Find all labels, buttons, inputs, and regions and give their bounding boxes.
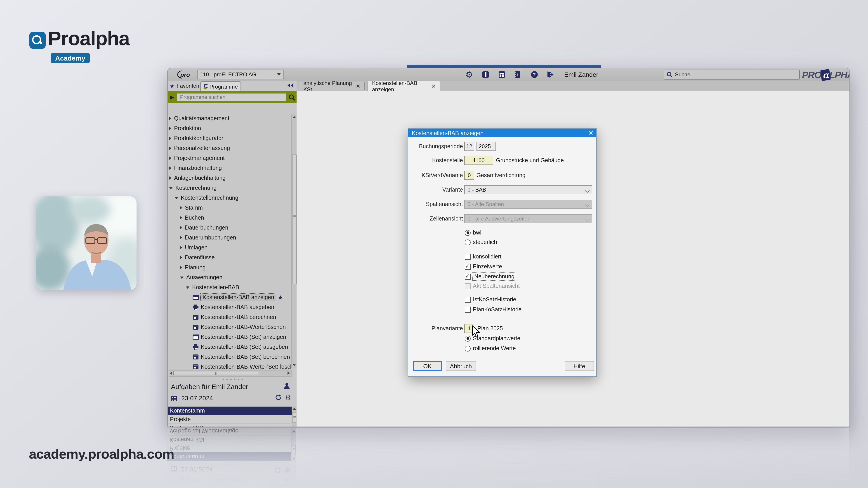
tree-item-label[interactable]: Qualitätsmanagement: [174, 115, 229, 122]
program-search-input[interactable]: [179, 94, 284, 100]
tree-item-label[interactable]: Kostenstellen-BAB-Werte (Set) lösche: [201, 364, 291, 369]
task-scroll-thumb[interactable]: [292, 413, 296, 422]
company-selector[interactable]: 110 - proELECTRO AG: [197, 70, 284, 79]
settings-gear-icon[interactable]: ⚙: [464, 70, 474, 79]
doc-tab-kostenstellen-bab[interactable]: Kostenstellen-BAB anzeigen ✕: [368, 81, 440, 91]
run-icon[interactable]: ▶: [170, 94, 174, 100]
favorite-star-icon[interactable]: ★: [278, 294, 283, 301]
tree-item-label[interactable]: Planung: [185, 264, 206, 271]
tree-item-label[interactable]: Kostenstellen-BAB ausgeben: [201, 304, 274, 311]
collapsed-arrow-icon[interactable]: [180, 256, 182, 259]
tree-item[interactable]: Dauerumbuchungen: [168, 233, 291, 242]
close-tab-icon[interactable]: ✕: [356, 84, 360, 89]
doc-tab-analytische-planung[interactable]: analytische Planung KSt ✕: [299, 82, 365, 90]
info-binder-icon[interactable]: i: [513, 70, 523, 79]
tree-item[interactable]: Kostenstellen-BAB (Set) berechnen: [168, 352, 291, 362]
close-icon[interactable]: ✕: [588, 129, 594, 137]
tasks-date[interactable]: 23.07.2024: [181, 394, 213, 402]
collapse-sidebar-icon[interactable]: [287, 82, 294, 90]
tree-item-label[interactable]: Umlagen: [185, 245, 208, 251]
tree-item[interactable]: Kostenstellen-BAB (Set) ausgeben: [168, 342, 291, 352]
tree-item-label[interactable]: Finanzbuchhaltung: [174, 165, 222, 171]
ok-button[interactable]: OK: [413, 361, 442, 371]
tree-item[interactable]: Datenflüsse: [168, 253, 291, 263]
checkbox-istkosatzhistorie[interactable]: IstKoSatzHistorie: [465, 296, 516, 303]
tree-item-label[interactable]: Projektmanagement: [174, 155, 225, 161]
collapsed-arrow-icon[interactable]: [180, 236, 182, 239]
tree-item[interactable]: Buchen: [168, 213, 291, 223]
tree-item-label[interactable]: Personalzeiterfassung: [174, 145, 230, 151]
collapsed-arrow-icon[interactable]: [169, 176, 171, 180]
tab-programme[interactable]: Programme: [200, 81, 241, 91]
collapsed-arrow-icon[interactable]: [180, 206, 182, 210]
tree-item[interactable]: Finanzbuchhaltung: [168, 163, 291, 173]
collapsed-arrow-icon[interactable]: [169, 166, 171, 170]
tree-item[interactable]: Planung: [168, 263, 291, 272]
collapsed-arrow-icon[interactable]: [169, 147, 171, 150]
tasks-settings-gear-icon[interactable]: ⚙: [285, 394, 291, 401]
tree-item-label[interactable]: Dauerumbuchungen: [185, 234, 236, 241]
tree-item[interactable]: Kostenstellen-BAB-Werte löschen: [168, 322, 291, 332]
tree-item[interactable]: Kostenstellenrechnung: [168, 193, 291, 203]
global-search[interactable]: [664, 70, 800, 79]
kostenstelle-field[interactable]: 1100: [464, 156, 493, 165]
checkbox-plankosatzhistorie[interactable]: PlanKoSatzHistorie: [465, 306, 522, 313]
task-item[interactable]: Kontenstamm: [168, 407, 291, 415]
tree-item-label[interactable]: Kostenstellen-BAB: [192, 284, 239, 291]
tree-item[interactable]: Kostenstellen-BAB berechnen: [168, 312, 291, 322]
tree-item-label[interactable]: Buchen: [185, 215, 204, 221]
tree-item-label[interactable]: Auswertungen: [186, 274, 222, 281]
hilfe-button[interactable]: Hilfe: [565, 361, 594, 371]
help-icon[interactable]: ?: [529, 70, 539, 79]
tree-item[interactable]: Kostenrechnung: [168, 183, 291, 193]
calendar-icon[interactable]: [171, 395, 178, 401]
collapsed-arrow-icon[interactable]: [169, 136, 171, 140]
collapsed-arrow-icon[interactable]: [180, 246, 182, 250]
scroll-right-icon[interactable]: [287, 371, 290, 375]
tree-item[interactable]: Projektmanagement: [168, 153, 291, 163]
collapsed-arrow-icon[interactable]: [180, 226, 182, 230]
buchungsperiode-period-field[interactable]: 12: [464, 142, 474, 151]
radio-steuerlich[interactable]: steuerlich: [465, 239, 497, 246]
tab-favoriten[interactable]: ★ Favoriten: [169, 81, 199, 91]
task-item[interactable]: Projekte: [168, 415, 291, 424]
checkbox-konsolidiert[interactable]: konsolidiert: [465, 254, 501, 260]
global-search-input[interactable]: [674, 71, 797, 78]
tree-item-label[interactable]: Produktion: [174, 125, 201, 131]
scroll-up-icon[interactable]: [292, 116, 296, 119]
tree-item[interactable]: Kostenstellen-BAB (Set) anzeigen: [168, 332, 291, 342]
checkbox-neuberechnung[interactable]: Neuberechnung: [465, 273, 516, 280]
program-search-field[interactable]: [177, 93, 286, 101]
collapsed-arrow-icon[interactable]: [180, 216, 182, 220]
kstverdvariante-field[interactable]: 0: [464, 171, 474, 180]
radio-bwl[interactable]: bwl: [465, 230, 482, 236]
tree-item[interactable]: Stamm: [168, 203, 291, 213]
abbruch-button[interactable]: Abbruch: [446, 361, 476, 371]
collapsed-arrow-icon[interactable]: [169, 156, 171, 160]
expanded-arrow-icon[interactable]: [175, 197, 178, 199]
radio-rollierende-werte[interactable]: rollierende Werte: [465, 345, 516, 352]
tree-item-label[interactable]: Kostenstellen-BAB (Set) ausgeben: [201, 344, 288, 350]
dialog-titlebar[interactable]: Kostenstellen-BAB anzeigen ✕: [408, 129, 596, 137]
tree-item-label[interactable]: Stamm: [185, 205, 203, 211]
collapsed-arrow-icon[interactable]: [169, 117, 171, 120]
variante-dropdown[interactable]: 0 - BAB: [464, 185, 592, 194]
tree-item-label[interactable]: Kostenstellen-BAB berechnen: [201, 314, 276, 320]
tree-item[interactable]: Anlagenbuchhaltung: [168, 173, 291, 183]
tree-item[interactable]: Kostenstellen-BAB anzeigen★: [168, 292, 291, 302]
tree-hscroll-thumb[interactable]: [173, 371, 259, 375]
tree-item[interactable]: Kostenstellen-BAB-Werte (Set) lösche: [168, 362, 291, 369]
task-item[interactable]: Kostenart KSt: [168, 424, 291, 427]
expanded-arrow-icon[interactable]: [169, 187, 173, 189]
scroll-down-icon[interactable]: [292, 364, 296, 366]
tree-item-label[interactable]: Kostenstellen-BAB (Set) anzeigen: [201, 334, 286, 340]
tree-vertical-scrollbar[interactable]: [291, 114, 297, 368]
tree-item-label[interactable]: Kostenstellenrechnung: [181, 195, 238, 201]
window-grid-icon[interactable]: [497, 70, 507, 79]
person-icon[interactable]: [283, 382, 290, 391]
tree-item-label[interactable]: Kostenstellen-BAB anzeigen: [201, 294, 276, 301]
tree-item[interactable]: Dauerbuchungen: [168, 223, 291, 233]
tree-item[interactable]: Auswertungen: [168, 272, 291, 283]
tree-item-label[interactable]: Dauerbuchungen: [185, 225, 228, 231]
panel-columns-icon[interactable]: [480, 70, 491, 79]
